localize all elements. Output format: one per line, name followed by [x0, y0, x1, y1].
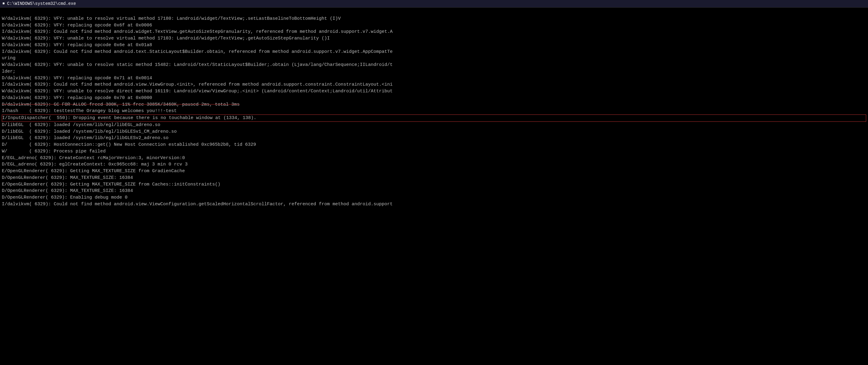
terminal-line: I/dalvikvm( 6329): Could not find method… — [2, 29, 866, 35]
terminal-line: D/dalvikvm( 6329): VFY: replacing opcode… — [2, 95, 866, 101]
terminal-line: W/dalvikvm( 6329): VFY: unable to resolv… — [2, 62, 866, 68]
cmd-icon: ■ — [2, 2, 5, 6]
terminal-line: W/dalvikvm( 6329): VFY: unable to resolv… — [2, 88, 866, 95]
terminal-line: D/OpenGLRenderer( 6329): MAX_TEXTURE_SIZ… — [2, 188, 866, 194]
terminal-line: W/dalvikvm( 6329): VFY: unable to resolv… — [2, 35, 866, 42]
terminal-line: D/dalvikvm( 6329): VFY: replacing opcode… — [2, 22, 866, 29]
terminal-line: D/OpenGLRenderer( 6329): MAX_TEXTURE_SIZ… — [2, 175, 866, 181]
terminal-line: D/libEGL ( 6329): loaded /system/lib/egl… — [2, 135, 866, 142]
terminal-line: D/libEGL ( 6329): loaded /system/lib/egl… — [2, 128, 866, 135]
terminal-line: I/dalvikvm( 6329): Could not find method… — [2, 49, 866, 55]
terminal-line: D/EGL_adreno( 6329): eglCreateContext: 0… — [2, 161, 866, 168]
terminal-output: W/dalvikvm( 6329): VFY: unable to resolv… — [0, 8, 868, 209]
terminal-line: W/ ( 6329): Process pipe failed — [2, 148, 866, 155]
terminal-line: E/OpenGLRenderer( 6329): Getting MAX_TEX… — [2, 181, 866, 188]
terminal-line: D/libEGL ( 6329): loaded /system/lib/egl… — [2, 122, 866, 128]
terminal-line: D/ ( 6329): HostConnection::get() New Ho… — [2, 142, 866, 148]
terminal-line: D/dalvikvm( 6329): GC FOR ALLOC freed 30… — [2, 101, 866, 108]
terminal-line: E/EGL_adreno( 6329): CreateContext rcMaj… — [2, 155, 866, 161]
terminal-line: I/dalvikvm( 6329): Could not find method… — [2, 81, 866, 88]
terminal-line: I/InputDispatcher( 550): Dropping event … — [2, 115, 866, 122]
terminal-line: D/dalvikvm( 6329): VFY: replacing opcode… — [2, 75, 866, 82]
window-title: C:\WINDOWS\system32\cmd.exe — [7, 1, 76, 6]
terminal-line: I/dalvikvm( 6329): Could not find method… — [2, 201, 866, 208]
terminal-line: I/hash ( 6329): testtestThe Orangey blog… — [2, 108, 866, 115]
terminal-line: lder; — [2, 68, 866, 75]
terminal-line: W/dalvikvm( 6329): VFY: unable to resolv… — [2, 16, 866, 22]
terminal-line: E/OpenGLRenderer( 6329): Getting MAX_TEX… — [2, 168, 866, 175]
terminal-line: D/dalvikvm( 6329): VFY: replacing opcode… — [2, 42, 866, 49]
terminal-line: uring — [2, 55, 866, 62]
terminal-line: D/OpenGLRenderer( 6329): Enabling debug … — [2, 194, 866, 201]
title-bar: ■ C:\WINDOWS\system32\cmd.exe — [0, 0, 868, 8]
